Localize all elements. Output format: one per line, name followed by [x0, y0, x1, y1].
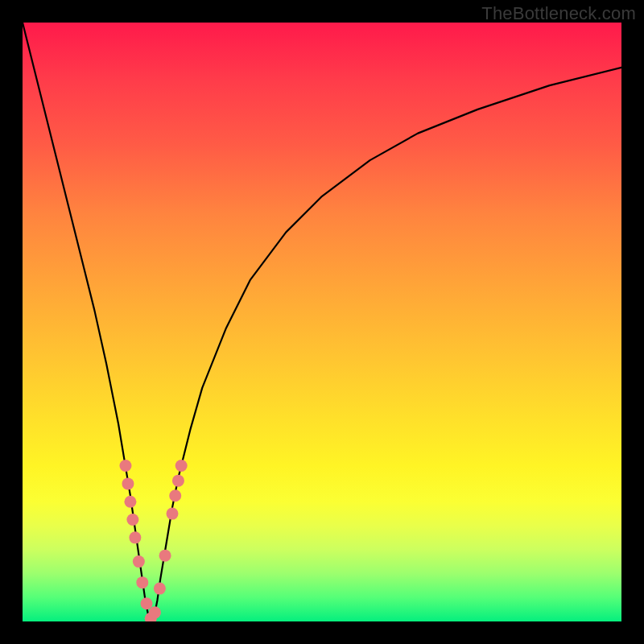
curve-layer: [23, 23, 621, 621]
curve-marker: [172, 475, 184, 487]
curve-marker: [141, 597, 153, 609]
curve-marker: [126, 514, 138, 526]
curve-markers: [119, 460, 187, 621]
plot-area: [23, 23, 621, 621]
curve-marker: [124, 496, 136, 508]
curve-marker: [149, 606, 161, 618]
chart-frame: TheBottleneck.com: [0, 0, 644, 644]
curve-marker: [167, 508, 179, 520]
curve-marker: [159, 550, 171, 562]
curve-marker: [133, 555, 145, 568]
curve-marker: [136, 576, 148, 588]
curve-marker: [119, 460, 131, 472]
watermark-text: TheBottleneck.com: [481, 3, 636, 24]
curve-marker: [169, 489, 181, 502]
curve-marker: [175, 460, 188, 472]
curve-marker: [154, 583, 166, 595]
curve-marker: [122, 477, 134, 489]
curve-marker: [129, 531, 141, 543]
bottleneck-curve: [23, 23, 621, 621]
